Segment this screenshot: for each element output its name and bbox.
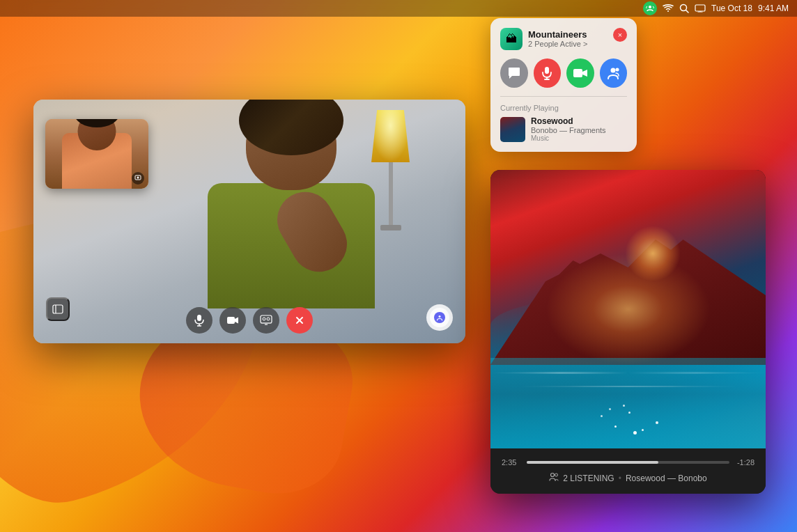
water-art bbox=[490, 358, 766, 448]
svg-point-15 bbox=[263, 318, 265, 320]
svg-point-27 bbox=[616, 68, 619, 72]
card-header: 🏔 Mountaineers 2 People Active > × bbox=[500, 28, 627, 50]
video-button[interactable] bbox=[219, 307, 246, 334]
card-title-area: Mountaineers 2 People Active > bbox=[528, 29, 587, 49]
facetime-controls-bar bbox=[33, 307, 465, 334]
svg-point-7 bbox=[137, 177, 139, 179]
shareplay-active-dot[interactable] bbox=[426, 304, 453, 331]
card-facetime-button[interactable] bbox=[566, 58, 594, 88]
listener-separator: • bbox=[619, 474, 621, 483]
listeners-row: 2 LISTENING • Rosewood — Bonobo bbox=[502, 472, 755, 484]
time-remaining: -1:28 bbox=[735, 458, 755, 467]
song-info: Rosewood Bonobo — Fragments Music bbox=[531, 116, 606, 142]
sparkle-4 bbox=[623, 405, 625, 407]
mute-button[interactable] bbox=[186, 307, 212, 334]
pip-screenshot-button[interactable] bbox=[132, 172, 144, 185]
sparkle-2 bbox=[628, 412, 630, 414]
shareplay-notification-card: 🏔 Mountaineers 2 People Active > × bbox=[490, 18, 637, 152]
svg-rect-25 bbox=[573, 69, 582, 77]
card-action-buttons bbox=[500, 58, 627, 88]
now-playing-label: Currently Playing bbox=[500, 104, 627, 112]
listeners-icon bbox=[549, 472, 559, 484]
end-call-button[interactable] bbox=[286, 307, 313, 334]
svg-point-16 bbox=[267, 318, 270, 320]
sparkle-5 bbox=[656, 421, 658, 424]
menu-bar-date: Tue Oct 18 bbox=[711, 3, 752, 13]
card-icon-title: 🏔 Mountaineers 2 People Active > bbox=[500, 28, 587, 50]
listeners-song: Rosewood — Bonobo bbox=[626, 474, 707, 483]
album-art-background bbox=[490, 170, 766, 448]
people-active: 2 People Active > bbox=[528, 40, 587, 49]
card-shareplay-button[interactable] bbox=[600, 58, 628, 88]
progress-fill bbox=[527, 461, 658, 464]
player-controls: 2:35 -1:28 2 LISTENING • Rosewood — Bono… bbox=[490, 448, 766, 494]
song-artist: Bonobo — Fragments bbox=[531, 126, 606, 134]
shareplay-indicator[interactable] bbox=[643, 1, 657, 15]
song-service: Music bbox=[531, 134, 606, 142]
svg-point-21 bbox=[439, 315, 441, 318]
wifi-icon[interactable] bbox=[663, 4, 674, 13]
svg-rect-14 bbox=[261, 315, 272, 323]
sparkle-8 bbox=[609, 408, 611, 410]
card-close-button[interactable]: × bbox=[613, 28, 627, 42]
svg-line-2 bbox=[686, 10, 689, 13]
album-thumbnail bbox=[500, 117, 525, 142]
now-playing-row: Rosewood Bonobo — Fragments Music bbox=[500, 116, 627, 142]
menu-bar: Tue Oct 18 9:41 AM bbox=[0, 0, 797, 17]
display-icon[interactable] bbox=[695, 4, 706, 13]
sparkle-1 bbox=[614, 425, 617, 428]
album-art-area bbox=[490, 170, 766, 448]
progress-bar[interactable] bbox=[527, 461, 729, 464]
sidebar-toggle-button[interactable] bbox=[46, 297, 70, 321]
svg-point-29 bbox=[555, 474, 558, 476]
svg-rect-10 bbox=[197, 315, 201, 321]
mountain-art bbox=[490, 226, 766, 365]
svg-rect-22 bbox=[545, 67, 549, 74]
screen-share-button[interactable] bbox=[253, 307, 279, 334]
svg-rect-8 bbox=[53, 305, 63, 313]
listeners-count: 2 LISTENING bbox=[563, 474, 614, 483]
search-icon[interactable] bbox=[679, 3, 689, 13]
app-icon: 🏔 bbox=[500, 28, 523, 50]
svg-point-28 bbox=[551, 474, 555, 477]
sparkle-6 bbox=[601, 415, 603, 417]
svg-point-26 bbox=[611, 68, 616, 73]
time-elapsed: 2:35 bbox=[502, 458, 521, 467]
song-title: Rosewood bbox=[531, 116, 606, 126]
group-name: Mountaineers bbox=[528, 29, 587, 40]
card-divider bbox=[500, 96, 627, 97]
messages-button[interactable] bbox=[500, 58, 528, 88]
svg-rect-13 bbox=[227, 317, 235, 324]
facetime-window bbox=[33, 100, 465, 343]
album-art-mini bbox=[500, 117, 525, 142]
progress-row: 2:35 -1:28 bbox=[502, 458, 755, 467]
facetime-background bbox=[33, 100, 465, 343]
music-player-window: 2:35 -1:28 2 LISTENING • Rosewood — Bono… bbox=[490, 170, 766, 494]
svg-point-0 bbox=[649, 6, 651, 8]
pip-video[interactable] bbox=[45, 119, 148, 189]
svg-rect-3 bbox=[695, 5, 705, 11]
menu-bar-right: Tue Oct 18 9:41 AM bbox=[643, 1, 789, 15]
menu-bar-time: 9:41 AM bbox=[758, 3, 789, 13]
card-mic-button[interactable] bbox=[534, 58, 562, 88]
